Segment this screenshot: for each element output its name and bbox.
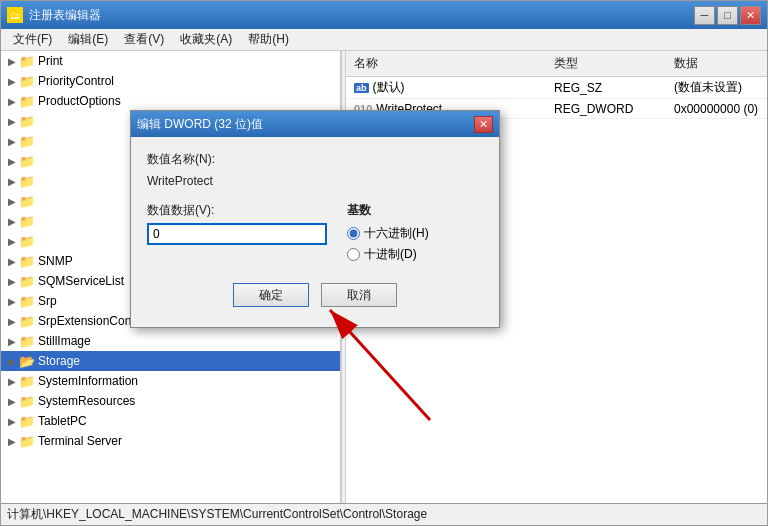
minimize-button[interactable]: ─ [694, 6, 715, 25]
tree-item-terminal-server[interactable]: ▶ 📁 Terminal Server [1, 431, 340, 451]
folder-icon: 📁 [19, 54, 35, 68]
dialog-close-button[interactable]: ✕ [474, 116, 493, 133]
tree-label-productoptions: ProductOptions [38, 94, 121, 108]
dialog-name-value: WriteProtect [147, 172, 483, 190]
tree-label-srpextensionconfig: SrpExtensionConfig [38, 314, 144, 328]
radio-dec-row: 十进制(D) [347, 246, 483, 263]
cell-data-default: (数值未设置) [670, 78, 763, 97]
radio-hex[interactable] [347, 227, 360, 240]
table-row[interactable]: ab (默认) REG_SZ (数值未设置) [346, 77, 767, 99]
folder-icon: 📁 [19, 394, 35, 408]
title-bar-left: 🗂 注册表编辑器 [7, 7, 101, 24]
expander-icon: ▶ [5, 334, 19, 348]
ab-icon: ab [354, 83, 369, 93]
folder-icon: 📁 [19, 334, 35, 348]
radio-dec-label: 十进制(D) [364, 246, 417, 263]
expander-icon: ▶ [5, 174, 19, 188]
dialog-title-bar: 编辑 DWORD (32 位)值 ✕ [131, 111, 499, 137]
folder-icon: 📁 [19, 174, 35, 188]
tree-item-prioritycontrol[interactable]: ▶ 📁 PriorityControl [1, 71, 340, 91]
tree-label-sqmservicelist: SQMServiceList [38, 274, 124, 288]
tree-item-print[interactable]: ▶ 📁 Print [1, 51, 340, 71]
title-controls: ─ □ ✕ [694, 6, 761, 25]
expander-icon: ▶ [5, 234, 19, 248]
tree-item-storage[interactable]: ▶ 📂 Storage [1, 351, 340, 371]
folder-icon: 📁 [19, 314, 35, 328]
app-icon: 🗂 [7, 7, 23, 23]
dialog-data-section: 数值数据(V): [147, 202, 327, 245]
dialog-data-input[interactable] [147, 223, 327, 245]
folder-icon: 📂 [19, 354, 35, 368]
folder-icon: 📁 [19, 134, 35, 148]
header-type: 类型 [550, 53, 670, 74]
tree-item-tabletpc[interactable]: ▶ 📁 TabletPC [1, 411, 340, 431]
radio-hex-label: 十六进制(H) [364, 225, 429, 242]
radio-dec[interactable] [347, 248, 360, 261]
menu-help[interactable]: 帮助(H) [240, 29, 297, 50]
expander-icon: ▶ [5, 54, 19, 68]
folder-icon: 📁 [19, 214, 35, 228]
cell-name-default: ab (默认) [350, 78, 550, 97]
folder-icon: 📁 [19, 154, 35, 168]
folder-icon: 📁 [19, 234, 35, 248]
dialog-body: 数值名称(N): WriteProtect 数值数据(V): 基数 十六进制(H… [131, 137, 499, 327]
expander-icon: ▶ [5, 414, 19, 428]
menu-bar: 文件(F) 编辑(E) 查看(V) 收藏夹(A) 帮助(H) [1, 29, 767, 51]
expander-icon: ▶ [5, 74, 19, 88]
tree-item-stillimage[interactable]: ▶ 📁 StillImage [1, 331, 340, 351]
tree-label-storage: Storage [38, 354, 80, 368]
menu-edit[interactable]: 编辑(E) [60, 29, 116, 50]
restore-button[interactable]: □ [717, 6, 738, 25]
dword-dialog: 编辑 DWORD (32 位)值 ✕ 数值名称(N): WriteProtect… [130, 110, 500, 328]
cancel-button[interactable]: 取消 [321, 283, 397, 307]
dialog-title: 编辑 DWORD (32 位)值 [137, 116, 263, 133]
radio-hex-row: 十六进制(H) [347, 225, 483, 242]
title-bar: 🗂 注册表编辑器 ─ □ ✕ [1, 1, 767, 29]
status-bar: 计算机\HKEY_LOCAL_MACHINE\SYSTEM\CurrentCon… [1, 503, 767, 525]
expander-icon: ▶ [5, 94, 19, 108]
dialog-footer: 确定 取消 [147, 283, 483, 317]
dialog-base-section: 基数 十六进制(H) 十进制(D) [347, 202, 483, 267]
folder-icon: 📁 [19, 74, 35, 88]
tree-label-snmp: SNMP [38, 254, 73, 268]
folder-icon: 📁 [19, 114, 35, 128]
expander-icon: ▶ [5, 254, 19, 268]
tree-item-productoptions[interactable]: ▶ 📁 ProductOptions [1, 91, 340, 111]
close-button[interactable]: ✕ [740, 6, 761, 25]
tree-label-prioritycontrol: PriorityControl [38, 74, 114, 88]
folder-icon: 📁 [19, 274, 35, 288]
expander-icon: ▶ [5, 294, 19, 308]
tree-item-systemresources[interactable]: ▶ 📁 SystemResources [1, 391, 340, 411]
expander-icon: ▶ [5, 134, 19, 148]
expander-icon: ▶ [5, 154, 19, 168]
menu-view[interactable]: 查看(V) [116, 29, 172, 50]
tree-label-print: Print [38, 54, 63, 68]
menu-file[interactable]: 文件(F) [5, 29, 60, 50]
tree-item-systeminformation[interactable]: ▶ 📁 SystemInformation [1, 371, 340, 391]
expander-icon: ▶ [5, 194, 19, 208]
folder-icon: 📁 [19, 434, 35, 448]
tree-label-terminal-server: Terminal Server [38, 434, 122, 448]
ok-button[interactable]: 确定 [233, 283, 309, 307]
folder-icon: 📁 [19, 254, 35, 268]
tree-label-tabletpc: TabletPC [38, 414, 87, 428]
tree-label-systeminformation: SystemInformation [38, 374, 138, 388]
expander-icon: ▶ [5, 214, 19, 228]
folder-icon: 📁 [19, 194, 35, 208]
cell-data-writeprotect: 0x00000000 (0) [670, 101, 763, 117]
folder-icon: 📁 [19, 414, 35, 428]
cell-type-writeprotect: REG_DWORD [550, 101, 670, 117]
folder-icon: 📁 [19, 294, 35, 308]
menu-favorites[interactable]: 收藏夹(A) [172, 29, 240, 50]
dialog-name-label: 数值名称(N): [147, 151, 483, 168]
tree-label-systemresources: SystemResources [38, 394, 135, 408]
expander-icon: ▶ [5, 394, 19, 408]
expander-icon: ▶ [5, 114, 19, 128]
tree-label-stillimage: StillImage [38, 334, 91, 348]
cell-type-default: REG_SZ [550, 80, 670, 96]
dialog-row: 数值数据(V): 基数 十六进制(H) 十进制(D) [147, 202, 483, 267]
expander-icon: ▶ [5, 274, 19, 288]
expander-icon: ▶ [5, 354, 19, 368]
header-data: 数据 [670, 53, 763, 74]
base-label: 基数 [347, 202, 483, 219]
